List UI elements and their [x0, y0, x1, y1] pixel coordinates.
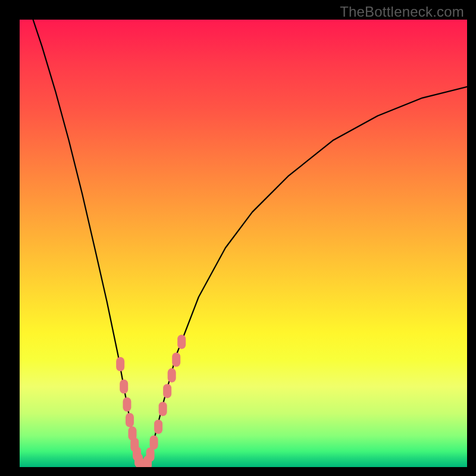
highlight-marker — [168, 368, 176, 383]
plot-area — [20, 20, 467, 467]
highlight-marker — [177, 334, 186, 349]
watermark-text: TheBottleneck.com — [340, 4, 464, 20]
highlight-marker — [159, 402, 167, 416]
highlight-marker — [150, 436, 158, 450]
highlight-marker — [120, 380, 128, 394]
highlight-marker — [123, 397, 131, 412]
chart-frame: TheBottleneck.com — [0, 0, 476, 476]
bottleneck-curve — [33, 20, 467, 467]
curve-layer — [20, 20, 467, 467]
highlight-marker — [126, 413, 134, 427]
highlight-marker — [163, 384, 171, 398]
highlight-marker — [154, 419, 162, 434]
highlight-marker — [116, 357, 124, 371]
highlight-marker — [172, 353, 180, 367]
